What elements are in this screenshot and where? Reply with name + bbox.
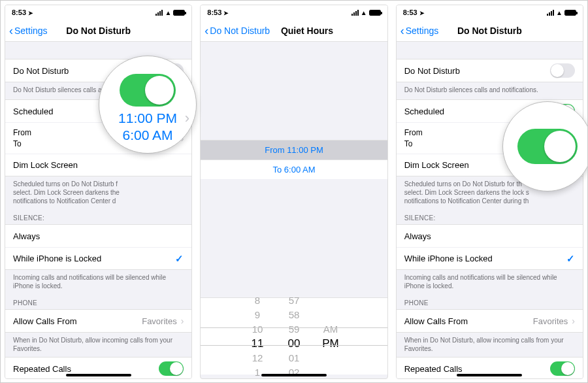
scheduled-toggle-zoom — [120, 74, 176, 107]
chevron-right-icon: › — [185, 110, 189, 127]
dim-toggle-zoom — [517, 129, 578, 164]
battery-icon — [369, 10, 381, 16]
silence-locked-row[interactable]: While iPhone is Locked✓ — [397, 247, 583, 269]
battery-icon — [173, 10, 185, 16]
repeated-calls-toggle[interactable] — [159, 361, 184, 376]
location-icon: ➤ — [419, 10, 425, 16]
chevron-left-icon: ‹ — [204, 25, 208, 37]
back-button[interactable]: ‹Settings — [5, 25, 48, 37]
location-icon: ➤ — [223, 10, 229, 16]
allow-calls-row[interactable]: Allow Calls FromFavorites› — [5, 310, 191, 332]
wifi-icon: ▲ — [165, 9, 171, 16]
dim-lock-row[interactable]: Dim Lock Screen — [5, 154, 191, 176]
home-indicator[interactable] — [457, 374, 522, 376]
from-time-row[interactable]: From 11:00 PM — [201, 140, 387, 159]
check-icon: ✓ — [175, 253, 184, 265]
silence-always-row[interactable]: Always — [397, 225, 583, 247]
screen-dnd-settings-3: 8:53 ➤ ▲ ‹Settings Do Not Disturb Do Not… — [396, 5, 583, 379]
battery-icon — [564, 10, 576, 16]
dnd-row[interactable]: Do Not Disturb — [397, 59, 583, 82]
chevron-right-icon: › — [572, 316, 575, 326]
allow-calls-footer: When in Do Not Disturb, allow incoming c… — [397, 333, 583, 353]
silence-header: SILENCE: — [397, 205, 583, 224]
status-bar: 8:53 ➤ ▲ — [397, 5, 583, 20]
check-icon: ✓ — [566, 253, 575, 265]
home-indicator[interactable] — [66, 374, 131, 376]
nav-bar: ‹Settings Do Not Disturb — [397, 20, 583, 42]
to-time-row[interactable]: To 6:00 AM — [201, 159, 387, 179]
chevron-left-icon: ‹ — [9, 25, 13, 37]
magnifier-dim-toggle — [502, 101, 588, 192]
back-button[interactable]: ‹Settings — [397, 25, 439, 37]
wifi-icon: ▲ — [361, 9, 367, 16]
magnifier-scheduled-toggle: 11:00 PM6:00 AM › — [99, 56, 197, 154]
silence-header: SILENCE: — [5, 205, 191, 224]
repeated-calls-toggle[interactable] — [550, 361, 575, 376]
cell-signal-icon — [351, 10, 359, 16]
dnd-footer: Do Not Disturb silences calls and notifi… — [397, 82, 583, 94]
status-bar: 8:53 ➤ ▲ — [201, 5, 387, 20]
silence-footer: Incoming calls and notifications will be… — [5, 270, 191, 290]
home-indicator[interactable] — [261, 374, 327, 376]
scheduled-footer: Scheduled turns on Do Not Disturb f sele… — [5, 176, 191, 205]
schedule-times-zoom: 11:00 PM6:00 AM — [99, 110, 196, 144]
cell-signal-icon — [547, 10, 554, 16]
screen-quiet-hours: 8:53 ➤ ▲ ‹Do Not Disturb Quiet Hours Fro… — [200, 5, 387, 379]
phone-header: PHONE — [5, 290, 191, 309]
dnd-toggle[interactable] — [550, 63, 575, 78]
chevron-right-icon: › — [181, 316, 184, 326]
wifi-icon: ▲ — [556, 9, 563, 16]
status-bar: 8:53 ➤ ▲ — [5, 5, 191, 20]
cell-signal-icon — [155, 10, 163, 16]
allow-calls-row[interactable]: Allow Calls FromFavorites› — [397, 310, 583, 332]
silence-locked-row[interactable]: While iPhone is Locked✓ — [5, 247, 191, 269]
time-picker[interactable]: 8910 11121 575859 000102 AM PM — [201, 297, 387, 375]
silence-always-row[interactable]: Always — [5, 225, 191, 247]
allow-calls-footer: When in Do Not Disturb, allow incoming c… — [5, 333, 191, 353]
phone-header: PHONE — [397, 290, 583, 309]
location-icon: ➤ — [28, 10, 33, 16]
chevron-left-icon: ‹ — [400, 25, 404, 37]
nav-bar: ‹Settings Do Not Disturb — [5, 20, 191, 42]
silence-footer: Incoming calls and notifications will be… — [397, 270, 583, 290]
back-button[interactable]: ‹Do Not Disturb — [201, 25, 270, 37]
nav-bar: ‹Do Not Disturb Quiet Hours — [201, 20, 387, 42]
